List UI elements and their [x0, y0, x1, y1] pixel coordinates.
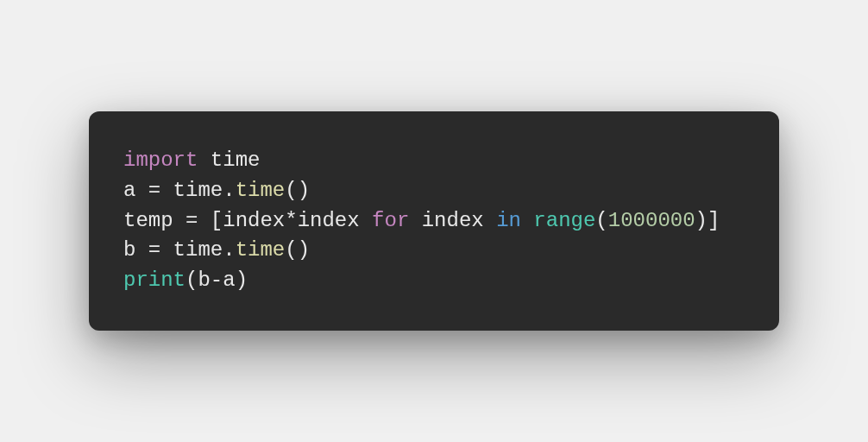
code-token: time: [160, 179, 223, 202]
code-token: index: [409, 209, 496, 232]
code-token: (: [186, 268, 198, 292]
code-token: )]: [695, 209, 720, 232]
code-line: a = time.time(): [123, 176, 745, 206]
code-token: -: [211, 268, 223, 292]
code-token: index: [298, 209, 372, 232]
code-token: index: [223, 209, 285, 232]
code-token: time: [236, 238, 286, 262]
code-block: import time a = time.time() temp = [inde…: [89, 111, 779, 331]
code-token: =: [148, 238, 160, 262]
code-token: a: [223, 268, 235, 292]
code-token: import: [123, 148, 198, 172]
code-token: .: [223, 179, 235, 202]
code-token: .: [223, 238, 235, 262]
code-token: temp: [123, 209, 186, 232]
code-token: 1000000: [608, 209, 695, 232]
code-line: print(b-a): [123, 266, 745, 296]
code-line: import time: [123, 146, 745, 176]
code-token: for: [372, 209, 409, 232]
code-token: =: [186, 209, 198, 232]
code-token: [521, 209, 533, 232]
code-token: time: [236, 179, 286, 202]
code-token: (): [285, 238, 310, 262]
code-token: b: [123, 238, 148, 262]
code-token: time: [198, 148, 260, 172]
code-token: range: [533, 209, 595, 232]
code-token: (): [285, 179, 310, 202]
code-token: print: [123, 268, 186, 292]
code-token: b: [198, 268, 210, 292]
code-token: [: [198, 209, 223, 232]
code-token: ): [236, 268, 248, 292]
code-token: (: [595, 209, 607, 232]
code-token: time: [160, 238, 223, 262]
code-token: *: [285, 209, 297, 232]
code-token: =: [148, 179, 160, 202]
code-token: a: [123, 179, 148, 202]
code-token: in: [496, 209, 521, 232]
code-line: b = time.time(): [123, 236, 745, 266]
code-line: temp = [index*index for index in range(1…: [123, 206, 745, 237]
